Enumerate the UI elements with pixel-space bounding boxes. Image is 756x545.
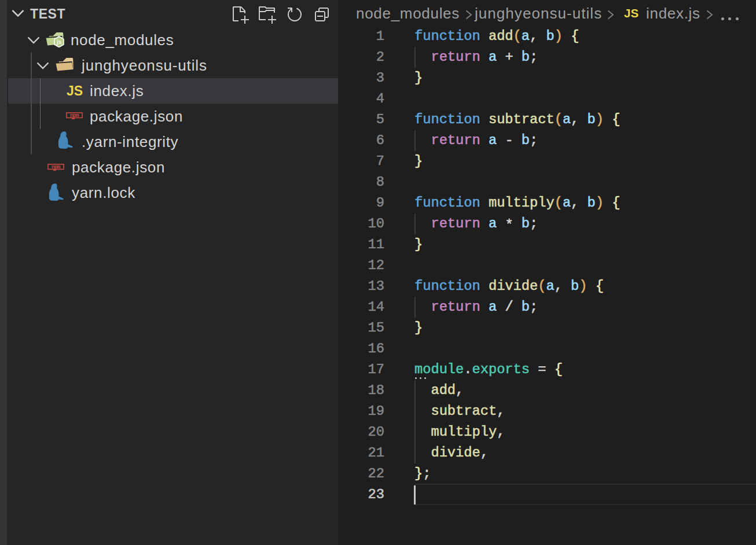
svg-text:npm: npm	[70, 112, 79, 119]
svg-text:js: js	[56, 38, 62, 45]
svg-text:npm: npm	[52, 164, 61, 170]
